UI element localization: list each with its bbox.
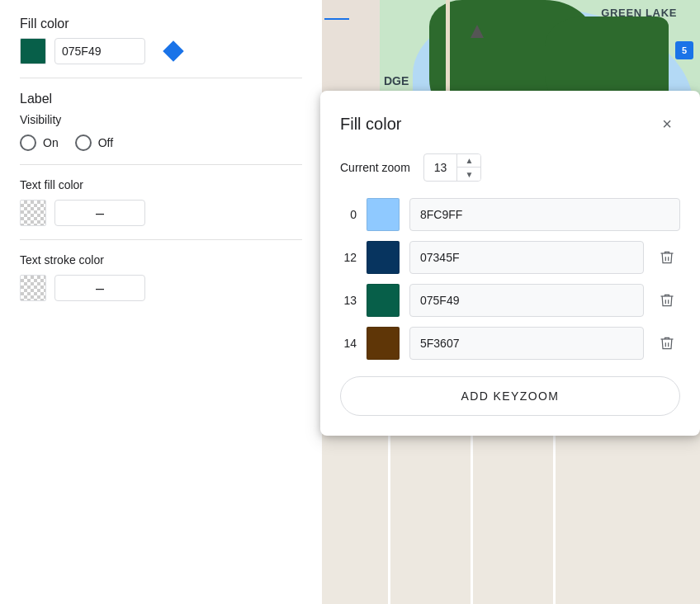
popup-header: Fill color × xyxy=(340,111,680,137)
close-button[interactable]: × xyxy=(654,111,680,137)
fill-color-section: Fill color xyxy=(20,17,302,64)
entry-13-swatch[interactable] xyxy=(367,284,400,317)
color-entries: 0 12 13 xyxy=(340,198,680,360)
entry-14-delete-button[interactable] xyxy=(654,330,680,356)
entry-12-zoom: 12 xyxy=(340,251,357,264)
color-entry-0: 0 xyxy=(340,198,680,231)
divider-1 xyxy=(20,78,302,78)
entry-14-swatch[interactable] xyxy=(367,327,400,360)
zoom-value: 13 xyxy=(424,156,457,179)
radio-off[interactable]: Off xyxy=(75,134,113,151)
visibility-label: Visibility xyxy=(20,113,302,126)
fill-color-title: Fill color xyxy=(20,17,302,31)
entry-0-swatch[interactable] xyxy=(367,198,400,231)
minimize-bar xyxy=(324,18,349,20)
entry-12-hex-input[interactable] xyxy=(409,241,644,274)
fill-color-input[interactable] xyxy=(54,38,145,64)
fill-color-swatch[interactable] xyxy=(20,38,46,64)
zoom-up-button[interactable]: ▲ xyxy=(457,154,480,168)
text-fill-label: Text fill color xyxy=(20,178,302,191)
zoom-spinner[interactable]: 13 ▲ ▼ xyxy=(423,153,482,182)
label-title: Label xyxy=(20,92,302,106)
popup-title: Fill color xyxy=(340,115,401,134)
zoom-down-button[interactable]: ▼ xyxy=(457,168,480,181)
left-panel: Fill color Label Visibility On Off xyxy=(0,0,322,604)
color-entry-14: 14 xyxy=(340,327,680,360)
text-stroke-section: Text stroke color – xyxy=(20,253,302,301)
entry-12-swatch[interactable] xyxy=(367,241,400,274)
text-fill-swatch[interactable] xyxy=(20,200,46,226)
divider-3 xyxy=(20,239,302,240)
text-fill-row: – xyxy=(20,200,302,226)
entry-0-zoom: 0 xyxy=(340,208,357,221)
dge-label: DGE xyxy=(384,74,409,87)
add-keyzoom-button[interactable]: ADD KEYZOOM xyxy=(340,376,680,416)
zoom-arrows: ▲ ▼ xyxy=(456,154,480,181)
text-fill-input[interactable]: – xyxy=(54,200,145,226)
radio-on-circle xyxy=(20,134,36,151)
entry-0-hex-input[interactable] xyxy=(409,198,680,231)
divider-2 xyxy=(20,164,302,165)
fill-color-row xyxy=(20,38,302,64)
green-lake-label: GREEN LAKE xyxy=(601,7,677,19)
radio-off-label: Off xyxy=(98,136,113,149)
radio-group: On Off xyxy=(20,134,302,151)
zoom-row: Current zoom 13 ▲ ▼ xyxy=(340,153,680,182)
radio-on[interactable]: On xyxy=(20,134,59,151)
entry-14-hex-input[interactable] xyxy=(409,327,644,360)
entry-12-delete-button[interactable] xyxy=(654,244,680,271)
text-stroke-swatch[interactable] xyxy=(20,275,46,301)
entry-13-hex-input[interactable] xyxy=(409,284,644,317)
fill-color-popup: Fill color × Current zoom 13 ▲ ▼ 0 12 xyxy=(320,91,700,436)
current-zoom-label: Current zoom xyxy=(340,161,410,174)
color-entry-12: 12 xyxy=(340,241,680,274)
diamond-icon xyxy=(163,40,183,61)
label-section: Label Visibility On Off xyxy=(20,92,302,151)
radio-off-circle xyxy=(75,134,92,151)
text-fill-section: Text fill color – xyxy=(20,178,302,226)
diamond-button[interactable] xyxy=(160,38,187,64)
entry-13-delete-button[interactable] xyxy=(654,287,680,314)
text-stroke-label: Text stroke color xyxy=(20,253,302,267)
text-stroke-input[interactable]: – xyxy=(54,275,145,301)
entry-14-zoom: 14 xyxy=(340,337,357,350)
color-entry-13: 13 xyxy=(340,284,680,317)
highway-5-badge: 5 xyxy=(682,45,687,55)
entry-13-zoom: 13 xyxy=(340,294,357,307)
radio-on-label: On xyxy=(43,136,59,149)
text-stroke-row: – xyxy=(20,275,302,301)
